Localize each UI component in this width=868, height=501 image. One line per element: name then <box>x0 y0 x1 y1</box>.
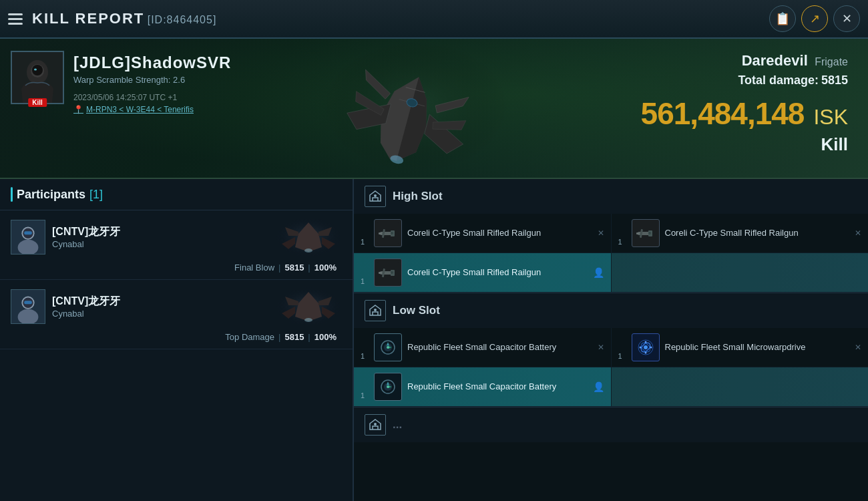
participant-corp-0: Cynabal <box>52 239 268 249</box>
participant-bottom-1: Top Damage | 5815 | 100% <box>11 332 342 342</box>
participants-panel: Participants [1] [CNTV]龙牙牙 <box>0 179 354 501</box>
cap-battery-icon-0 <box>374 333 402 361</box>
railgun-icon-0r <box>632 219 660 247</box>
low-slot-item-name-0-right: Republic Fleet Small Microwarpdrive <box>665 341 850 353</box>
victim-name: [JDLG]ShadowSVR <box>73 53 231 72</box>
location-pin-icon: 📍 <box>73 105 83 114</box>
high-slot-item-name-1-left: Coreli C-Type Small Rifled Railgun <box>407 267 588 279</box>
low-slot-section: Low Slot 1 <box>354 293 868 407</box>
high-slot-title: High Slot <box>393 190 443 203</box>
more-slots-section: ... <box>354 407 868 441</box>
isk-unit: ISK <box>813 105 848 130</box>
high-slot-section: High Slot 1 <box>354 179 868 293</box>
high-slot-person-icon: 👤 <box>593 267 604 278</box>
low-slot-item-name-1-left: Republic Fleet Small Capacitor Battery <box>407 381 588 393</box>
low-slot-row-0[interactable]: 1 Republic Fleet Small Capacitor Batt <box>354 328 868 367</box>
high-slot-row-0[interactable]: 1 Coreli C-Type Small Rifled Railgun ✕ <box>354 214 868 253</box>
svg-point-14 <box>304 248 312 253</box>
high-slot-item-1-left[interactable]: 1 Coreli C-Type Small Rifled Railgun 👤 <box>354 253 612 292</box>
participant-pct-1: 100% <box>314 332 337 342</box>
participants-header: Participants [1] <box>0 179 353 210</box>
svg-rect-26 <box>379 232 382 234</box>
svg-point-22 <box>374 194 377 197</box>
ship-image <box>322 40 509 174</box>
high-slot-row-1[interactable]: 1 Coreli C-Type Small Rifled Railgun 👤 <box>354 253 868 293</box>
victim-avatar-wrap: Kill <box>11 51 64 104</box>
participant-pct-0: 100% <box>314 263 337 273</box>
more-slots-icon <box>365 414 386 436</box>
low-slot-title: Low Slot <box>393 304 440 317</box>
svg-point-39 <box>391 271 393 274</box>
high-slot-header: High Slot <box>354 179 868 214</box>
svg-rect-38 <box>379 272 382 274</box>
title-bar: KILL REPORT [ID:8464405] 📋 ↗ ✕ <box>0 0 868 39</box>
high-slot-item-x-0-left[interactable]: ✕ <box>598 228 604 238</box>
low-slot-item-x-0-right[interactable]: ✕ <box>855 343 861 352</box>
victim-details: [JDLG]ShadowSVR Warp Scramble Strength: … <box>73 53 231 114</box>
svg-rect-12 <box>24 231 32 234</box>
total-damage-row: Total damage: 5815 <box>641 73 848 88</box>
participant-top-1: [CNTV]龙牙牙 Cynabal <box>11 287 342 327</box>
participant-ship-0 <box>275 217 342 257</box>
high-slot-icon <box>365 186 386 207</box>
svg-rect-19 <box>24 301 32 304</box>
participant-card-0: [CNTV]龙牙牙 Cynabal <box>0 210 353 280</box>
svg-point-41 <box>374 309 377 311</box>
export-button[interactable]: ↗ <box>801 5 828 32</box>
close-button[interactable]: ✕ <box>833 5 860 32</box>
low-slot-icon <box>365 300 386 321</box>
victim-datetime: 2023/05/06 14:25:07 UTC +1 <box>73 93 231 102</box>
high-slot-item-0-right[interactable]: 1 Coreli C-Type Small Rifled Railgun ✕ <box>612 214 869 253</box>
high-slot-item-name-0-right: Coreli C-Type Small Rifled Railgun <box>665 227 850 239</box>
participant-avatar-0 <box>11 220 45 255</box>
participant-ship-1 <box>275 287 342 327</box>
fitting-panel: High Slot 1 <box>354 179 868 501</box>
svg-point-52 <box>644 341 646 343</box>
participant-info-1: [CNTV]龙牙牙 Cynabal <box>52 295 268 319</box>
svg-point-27 <box>391 232 393 234</box>
more-slots-title: ... <box>393 418 402 432</box>
victim-warp-strength: Warp Scramble Strength: 2.6 <box>73 75 231 85</box>
high-slot-item-x-0-right[interactable]: ✕ <box>855 228 861 238</box>
participant-name-1: [CNTV]龙牙牙 <box>52 295 268 309</box>
victim-kill-badge: Kill <box>28 98 47 107</box>
svg-point-54 <box>644 352 646 354</box>
high-slot-item-name-0-left: Coreli C-Type Small Rifled Railgun <box>407 227 592 239</box>
low-slot-item-x-0-left[interactable]: ✕ <box>598 343 604 352</box>
participant-top-0: [CNTV]龙牙牙 Cynabal <box>11 217 342 257</box>
svg-point-59 <box>387 385 389 388</box>
victim-info-left: Kill [JDLG]ShadowSVR Warp Scramble Stren… <box>0 39 242 178</box>
participant-label-0: Final Blow <box>234 263 274 273</box>
participant-avatar-1 <box>11 289 45 324</box>
hamburger-menu[interactable] <box>8 13 23 25</box>
low-slot-header: Low Slot <box>354 293 868 328</box>
low-slot-row-1[interactable]: 1 Republic Fleet Small Capacitor Battery… <box>354 367 868 407</box>
svg-point-33 <box>648 232 651 234</box>
ship-class-label: Frigate <box>815 56 848 67</box>
svg-point-60 <box>374 423 377 426</box>
title-text: KILL REPORT [ID:8464405] <box>32 10 216 27</box>
kill-label: Kill <box>641 134 848 155</box>
svg-point-3 <box>32 65 43 75</box>
low-slot-item-0-right[interactable]: 1 <box>612 328 869 367</box>
svg-point-55 <box>639 347 641 349</box>
svg-point-51 <box>644 345 648 349</box>
svg-point-21 <box>304 318 312 322</box>
victim-avatar <box>11 51 64 104</box>
victim-location[interactable]: 📍 M-RPN3 < W-3E44 < Tenerifis <box>73 105 231 114</box>
ship-name: Daredevil <box>742 52 808 69</box>
ship-container <box>322 40 509 176</box>
clipboard-button[interactable]: 📋 <box>769 5 796 32</box>
svg-rect-32 <box>636 232 640 234</box>
ship-type: Daredevil Frigate <box>641 52 848 69</box>
cap-battery-icon-1 <box>374 373 402 401</box>
high-slot-item-0-left[interactable]: 1 Coreli C-Type Small Rifled Railgun ✕ <box>354 214 612 253</box>
svg-point-4 <box>34 69 37 71</box>
participant-label-1: Top Damage <box>225 332 274 342</box>
mwd-icon-0 <box>632 333 660 361</box>
low-slot-item-name-0-left: Republic Fleet Small Capacitor Battery <box>407 341 592 353</box>
low-slot-item-1-left[interactable]: 1 Republic Fleet Small Capacitor Battery… <box>354 367 612 406</box>
railgun-icon-1l <box>374 259 402 287</box>
low-slot-item-0-left[interactable]: 1 Republic Fleet Small Capacitor Batt <box>354 328 612 367</box>
low-slot-person-icon: 👤 <box>593 381 604 392</box>
